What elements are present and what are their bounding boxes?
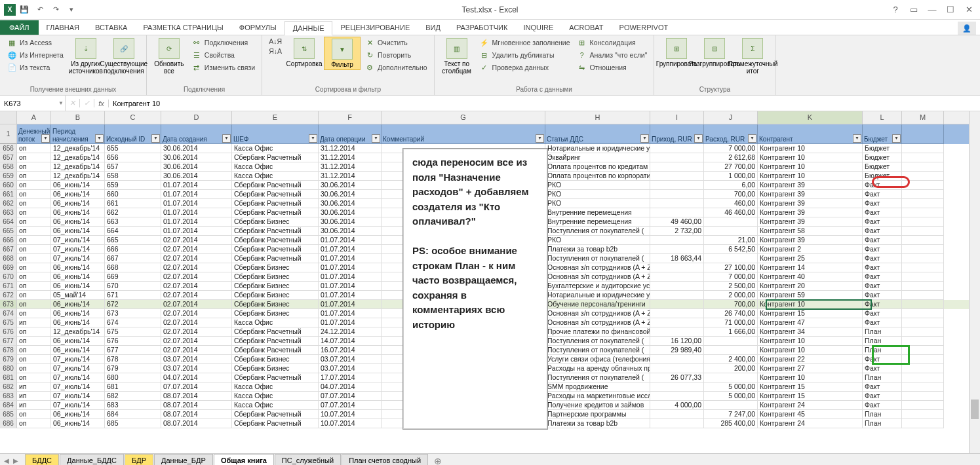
cell[interactable]: Факт — [863, 291, 902, 300]
text-to-columns-button[interactable]: ▥Текст по столбцам — [439, 37, 475, 76]
cell[interactable]: 02.07.2014 — [161, 272, 232, 282]
row-header[interactable]: 669 — [0, 263, 17, 272]
cell[interactable]: оп — [17, 355, 51, 364]
cell[interactable]: оп — [17, 181, 51, 190]
cell[interactable]: Поступления от покупателей ( — [545, 254, 650, 263]
cell[interactable]: 667 — [105, 254, 161, 263]
cell[interactable]: 05_май'14 — [51, 291, 105, 300]
tab-разметка страницы[interactable]: РАЗМЕТКА СТРАНИЦЫ — [135, 21, 231, 35]
cell[interactable]: 664 — [105, 227, 161, 236]
cell[interactable]: Сбербанк Расчетный — [232, 410, 319, 419]
row-header[interactable]: 659 — [0, 172, 17, 181]
cell[interactable]: 07.07.2014 — [319, 401, 382, 410]
sort-button[interactable]: ⇅Сортировка — [286, 37, 323, 69]
cell[interactable]: 06_июнь'14 — [51, 272, 105, 282]
tab-acrobat[interactable]: ACROBAT — [561, 21, 611, 35]
cell[interactable] — [902, 263, 944, 272]
maximize-icon[interactable]: ☐ — [942, 3, 959, 16]
cell[interactable]: Сбербанк Бизнес — [232, 364, 319, 373]
cell[interactable] — [902, 419, 944, 428]
cell[interactable]: 06_июнь'14 — [51, 199, 105, 208]
cell[interactable]: ип — [17, 382, 51, 392]
cell[interactable]: Факт — [863, 282, 902, 291]
cell[interactable] — [704, 227, 758, 236]
cell[interactable]: 02.07.2014 — [161, 291, 232, 300]
cell[interactable]: Факт — [863, 355, 902, 364]
cell[interactable]: 31.12.2014 — [319, 153, 382, 162]
row-header[interactable]: 675 — [0, 318, 17, 327]
cell[interactable] — [902, 162, 944, 172]
cell[interactable]: Основная з/п сотрудников (A + Z) — [545, 309, 650, 318]
cell[interactable] — [704, 373, 758, 382]
refresh-all-button[interactable]: ⟳Обновить все — [151, 37, 187, 76]
cell[interactable]: 2 000,00 — [704, 291, 758, 300]
cell[interactable]: Контрагент 39 — [758, 199, 863, 208]
cell[interactable]: РКО — [545, 199, 650, 208]
cell[interactable]: Поступления от покупателей ( — [545, 346, 650, 355]
row-header[interactable]: 1 — [0, 124, 17, 144]
cell[interactable]: 31.12.2014 — [319, 172, 382, 181]
row-header[interactable]: 665 — [0, 227, 17, 236]
cell[interactable]: Сбербанк Бизнес — [232, 309, 319, 318]
cell[interactable]: 46 460,00 — [704, 208, 758, 217]
row-header[interactable]: 672 — [0, 291, 17, 300]
cell[interactable]: 12_декабрь'14 — [51, 162, 105, 172]
cell[interactable]: 04.07.2014 — [161, 373, 232, 382]
cell[interactable]: 01.07.2014 — [161, 208, 232, 217]
from-text-button[interactable]: 📄Из текста — [4, 62, 66, 73]
col-header-K[interactable]: K — [758, 111, 863, 124]
cell[interactable]: Нотариальные и юридические услуги — [545, 291, 650, 300]
cell[interactable] — [650, 291, 704, 300]
cell[interactable] — [650, 364, 704, 373]
undo-icon[interactable]: ↶ — [33, 3, 47, 17]
cell[interactable]: ип — [17, 392, 51, 401]
cell[interactable] — [650, 263, 704, 272]
cell[interactable]: Сбербанк Расчетный — [232, 236, 319, 245]
col-header-C[interactable]: C — [105, 111, 161, 124]
cell[interactable]: Расходы на маркетинговые исследования и … — [545, 392, 650, 401]
tab-главная[interactable]: ГЛАВНАЯ — [39, 21, 87, 35]
cell[interactable]: 01.07.2014 — [319, 318, 382, 327]
cell[interactable] — [902, 245, 944, 254]
cell[interactable]: План — [863, 327, 902, 337]
cell[interactable]: 07_июль'14 — [51, 245, 105, 254]
close-icon[interactable]: ✕ — [960, 3, 977, 16]
cell[interactable]: План — [863, 337, 902, 346]
cell[interactable]: 01.07.2014 — [319, 291, 382, 300]
col-header-B[interactable]: B — [51, 111, 105, 124]
cell[interactable]: Контрагент 24 — [758, 401, 863, 410]
cell[interactable]: 02.07.2014 — [161, 346, 232, 355]
cell[interactable] — [902, 300, 944, 309]
cell[interactable]: Факт — [863, 318, 902, 327]
cell[interactable]: оп — [17, 162, 51, 172]
filter-dropdown-icon[interactable]: ▼ — [892, 134, 901, 143]
cell[interactable]: оп — [17, 419, 51, 428]
cell[interactable]: 12_декабрь'14 — [51, 327, 105, 337]
cell[interactable] — [902, 392, 944, 401]
cell[interactable]: 02.07.2014 — [161, 254, 232, 263]
cell[interactable]: оп — [17, 236, 51, 245]
cell[interactable]: 02.07.2014 — [161, 282, 232, 291]
name-box-dropdown-icon[interactable]: ▼ — [58, 100, 64, 106]
cell[interactable] — [902, 401, 944, 410]
cell[interactable]: оп — [17, 190, 51, 199]
scroll-thumb[interactable] — [971, 400, 979, 419]
cell[interactable]: 02.07.2014 — [161, 300, 232, 309]
cell[interactable] — [902, 190, 944, 199]
col-header-G[interactable]: G — [382, 111, 545, 124]
tab-inquire[interactable]: INQUIRE — [515, 21, 561, 35]
cell[interactable]: 676 — [105, 337, 161, 346]
cell[interactable]: Платежи за товар b2b — [545, 419, 650, 428]
cell[interactable]: 07_июль'14 — [51, 392, 105, 401]
cell[interactable]: Бухгалтерские и аудиторские услуги — [545, 282, 650, 291]
cell[interactable]: Контрагент 40 — [758, 272, 863, 282]
cell[interactable] — [650, 153, 704, 162]
cell[interactable] — [650, 199, 704, 208]
cell[interactable]: 2 612,68 — [704, 153, 758, 162]
tab-file[interactable]: ФАЙЛ — [0, 20, 39, 35]
cell[interactable]: 07_июль'14 — [51, 236, 105, 245]
cell[interactable]: 08.07.2014 — [161, 419, 232, 428]
tab-powerpivot[interactable]: POWERPIVOT — [612, 21, 676, 35]
cell[interactable]: Факт — [863, 364, 902, 373]
row-header[interactable]: 656 — [0, 144, 17, 153]
